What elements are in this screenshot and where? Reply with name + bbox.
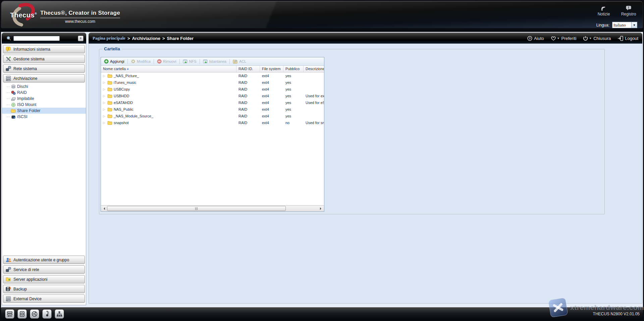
tree-item-dischi[interactable]: Dischi [2,84,86,90]
nfs-button[interactable]: NFS [181,59,198,64]
grid-header-row: Nome cartella» RAID ID. File system Pubb… [101,66,324,72]
sidebar-item-service-di-rete[interactable]: Service di rete [3,265,85,274]
dropdown-caret-icon: ▼ [557,37,560,40]
remove-icon [157,59,162,64]
sidebar-item-backup[interactable]: Backup [3,285,85,293]
stackable-icon [11,96,16,101]
backup-icon [5,286,11,292]
scroll-left-button[interactable] [101,206,106,211]
sidebar-item-rete-sistema[interactable]: Rete sistema [3,64,85,73]
tree-item-impilabile[interactable]: Impilabile [2,96,86,102]
preferiti-button[interactable]: ▼ Preferiti [551,36,577,41]
chiusura-button[interactable]: ▼ Chiusura [583,36,611,41]
logout-button[interactable]: Logout [618,36,638,41]
top-banner: Thecus® Thecus®, Creator in Storage www.… [1,1,643,28]
grid-toolbar: Aggiungi Modifica [101,57,324,66]
modifica-button[interactable]: Modifica [129,58,152,64]
folder-name: iTunes_music [114,81,136,85]
server-status-button[interactable] [5,309,14,319]
table-row[interactable]: ▷ _NAS_Picture_ RAID ext4 yes [101,72,324,79]
table-row[interactable]: ▷ _NAS_Module_Source_ RAID ext4 yes [101,113,324,119]
header-nome-cartella[interactable]: Nome cartella» [101,66,236,72]
expand-arrow-icon[interactable]: ▷ [103,94,106,98]
folder-icon [107,81,112,85]
tree-item-share-folder[interactable]: Share Folder [2,108,86,114]
disk-status-button[interactable] [17,309,27,319]
header-file-system[interactable]: File system [260,66,283,72]
header-pubblico[interactable]: Pubblico [283,66,304,72]
registro-button[interactable]: Registro [620,4,637,16]
sidebar-item-informazioni-sistema[interactable]: i Informazioni sistema [3,45,85,53]
language-value: Italiano [612,22,631,28]
expand-arrow-icon[interactable]: ▷ [103,114,106,118]
thecus-logo: Thecus® [8,3,45,28]
sidebar-bottom-group: Autenticazione utente e gruppo Service d… [2,256,86,304]
folder-name: USBCopy [114,87,130,91]
expand-arrow-icon[interactable]: ▷ [103,121,106,124]
edit-gear-icon [131,59,136,64]
tree-item-iscsi[interactable]: iSCSI [2,114,86,120]
help-icon: ? [527,36,532,41]
table-row[interactable]: ▷ snapshot RAID ext4 no Used for sna [101,119,324,126]
rimuovi-button[interactable]: Rimuovi [155,58,178,64]
sort-indicator: » [127,67,129,71]
table-row[interactable]: ▷ USBHDD RAID ext4 yes Used for exte [101,93,324,99]
notizie-button[interactable]: Notizie [595,4,612,16]
language-select[interactable]: Italiano ▼ [612,22,637,28]
folder-name: NAS_Public [114,107,133,111]
nfs-window-icon [183,59,188,64]
sidebar-item-server-applicazioni[interactable]: Server applicazioni [3,275,85,283]
disks-icon [11,84,16,89]
folder-icon [107,107,112,111]
sidebar-add-button[interactable]: + [78,36,84,41]
acl-button[interactable]: ACL [231,59,248,64]
scrollbar-thumb[interactable] [107,206,286,211]
network-status-button[interactable] [55,309,64,319]
breadcrumb-home-link[interactable]: Pagina principale [93,36,125,41]
rss-icon [595,4,612,11]
top-nav-links: ? Aiuto ▼ Preferiti ▼ Chiusura [527,33,638,44]
logout-icon [618,36,623,41]
folder-name: snapshot [114,121,129,125]
table-row[interactable]: ▷ NAS_Public RAID ext4 yes [101,106,324,113]
table-row[interactable]: ▷ iTunes_music RAID ext4 yes [101,79,324,86]
expand-arrow-icon[interactable]: ▷ [103,81,106,84]
language-dropdown-arrow-icon[interactable]: ▼ [631,22,637,28]
sidebar-item-external-device[interactable]: External Device [3,295,85,303]
add-icon [104,59,109,64]
tree-item-raid[interactable]: RAID [2,90,86,96]
main-content: Cartella Aggiungi [89,44,642,304]
info-bubble-icon: i [5,47,11,52]
expand-arrow-icon[interactable]: ▷ [103,88,106,91]
power-icon [583,36,588,41]
temperature-status-button[interactable] [42,309,52,319]
banner-links: Notizie Registro [595,4,637,16]
grid-body: ▷ _NAS_Picture_ RAID ext4 yes ▷ iTunes_m… [101,72,324,205]
language-label: Lingua: [596,23,609,28]
banner-tagline-group: Thecus®, Creator in Storage www.thecus.c… [40,10,120,24]
header-descrizione[interactable]: Descrizione [304,66,324,72]
tree-item-iso-mount[interactable]: ISO Mount [2,102,86,108]
header-raid-id[interactable]: RAID ID. [236,66,260,72]
breadcrumb: Pagina principale > Archiviazione > Shar… [93,36,194,41]
sidebar-item-gestione-sistema[interactable]: Gestione sistema [3,55,85,63]
sidebar-item-archiviazione[interactable]: Archiviazione [3,74,85,83]
expand-arrow-icon[interactable]: ▷ [103,108,106,111]
expand-arrow-icon[interactable]: ▷ [103,101,106,104]
sidebar-item-autenticazione[interactable]: Autenticazione utente e gruppo [3,256,85,264]
language-row: Lingua: Italiano ▼ [596,22,637,28]
aiuto-button[interactable]: ? Aiuto [527,36,544,41]
fan-icon [32,311,38,317]
fan-status-button[interactable] [30,309,39,319]
folder-name: USBHDD [114,94,129,98]
scroll-right-button[interactable] [319,206,324,211]
horizontal-scrollbar[interactable] [101,205,324,211]
aggiungi-button[interactable]: Aggiungi [102,58,126,64]
table-row[interactable]: ▷ eSATAHDD RAID ext4 yes Used for eSA [101,99,324,106]
search-input[interactable] [13,36,60,41]
istantanea-button[interactable]: Istantanea [201,59,228,64]
banner-website: www.thecus.com [40,19,120,24]
table-row[interactable]: ▷ USBCopy RAID ext4 yes [101,86,324,93]
folder-icon [107,121,112,125]
expand-arrow-icon[interactable]: ▷ [103,74,106,77]
